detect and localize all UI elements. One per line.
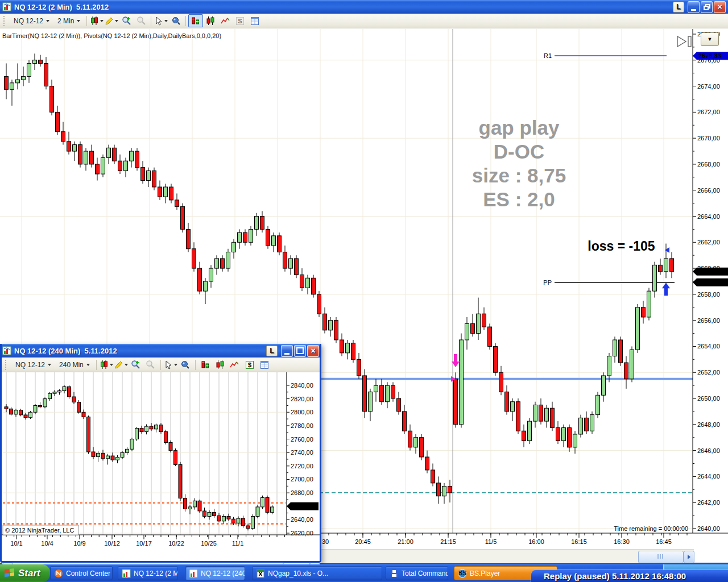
close-button[interactable]: ×: [307, 345, 319, 357]
scroll-thumb[interactable]: [638, 551, 684, 563]
bar-timer-button[interactable]: [198, 358, 213, 371]
restore-button[interactable]: [701, 1, 713, 13]
svg-text:2620,00: 2620,00: [291, 530, 313, 537]
svg-text:$: $: [248, 361, 251, 368]
minimize-button[interactable]: [281, 345, 293, 357]
link-button[interactable]: L: [673, 2, 684, 13]
candles-icon: [206, 16, 215, 26]
svg-text:2658,00: 2658,00: [697, 291, 720, 298]
main-titlebar[interactable]: NQ 12-12 (2 Min) 5.11.2012 L ×: [0, 0, 728, 14]
toolbar-grip[interactable]: [3, 16, 7, 26]
svg-text:R1: R1: [544, 52, 552, 59]
sub-toolbar: NQ 12-12 240 Min $: [2, 357, 320, 372]
cursor-icon: [164, 360, 173, 369]
indicator-button[interactable]: [218, 14, 233, 27]
maximize-button[interactable]: [294, 345, 306, 357]
sub-chart-window: NQ 12-12 (240 Min) 5.11.2012 L × NQ 12-1…: [0, 344, 321, 563]
zoom-out-button[interactable]: [143, 358, 158, 371]
svg-text:11/1: 11/1: [232, 540, 244, 547]
instrument-dropdown[interactable]: NQ 12-12: [11, 359, 55, 371]
chevron-down-icon: [86, 364, 90, 366]
magnifier-icon: [171, 16, 181, 26]
chart-style-button[interactable]: [99, 358, 114, 371]
svg-text:21:15: 21:15: [440, 538, 456, 545]
chart-window-icon: [2, 346, 11, 355]
draw-tool-button[interactable]: [114, 358, 129, 371]
sub-price-chart[interactable]: 2620,002640,002660,002680,002700,002720,…: [2, 372, 320, 548]
candles-icon: [216, 360, 225, 369]
svg-text:X: X: [258, 571, 263, 577]
interval-dropdown[interactable]: 2 Min: [53, 15, 84, 27]
dollar-icon: S: [235, 16, 245, 26]
chevron-down-icon: [77, 20, 80, 22]
strategy-button[interactable]: S: [233, 14, 247, 27]
svg-text:2650,00: 2650,00: [697, 395, 720, 402]
interval-dropdown[interactable]: 240 Min: [55, 359, 94, 371]
gap-play-annotation: gap play D-OC size : 8,75 ES : 2,0: [444, 116, 594, 211]
scroll-right-button[interactable]: [684, 551, 694, 563]
svg-text:10/9: 10/9: [73, 540, 85, 547]
taskbar-item-nq-240min[interactable]: NQ 12-12 (240 Mi...: [185, 566, 245, 580]
pencil-icon: [114, 360, 123, 369]
svg-text:10/1: 10/1: [10, 540, 22, 547]
toolbar-grip[interactable]: [5, 360, 9, 370]
candle-panel-button[interactable]: [203, 14, 218, 27]
link-button[interactable]: L: [266, 346, 278, 356]
svg-text:BS: BS: [458, 569, 467, 576]
svg-text:2664,00: 2664,00: [697, 213, 720, 220]
svg-text:2660,00: 2660,00: [292, 503, 315, 510]
pan-button[interactable]: [178, 358, 193, 371]
minimize-button[interactable]: [688, 1, 700, 13]
price-axis-dropdown[interactable]: ▼: [701, 32, 719, 46]
taskbar-item-nqgap-xls[interactable]: X NQgap_10.xls - O...: [252, 566, 382, 580]
data-grid-icon: [250, 16, 259, 26]
svg-text:2656,00: 2656,00: [697, 317, 720, 324]
zoom-out-button[interactable]: [134, 14, 148, 27]
indicator-label: BarTimer(NQ 12-12 (2 Min)), Pivots(NQ 12…: [2, 32, 221, 39]
svg-text:PP: PP: [543, 279, 552, 286]
svg-text:10/17: 10/17: [136, 540, 152, 547]
bar-timer-button[interactable]: [188, 14, 203, 27]
close-button[interactable]: ×: [714, 1, 726, 13]
zoom-out-icon: [146, 360, 155, 369]
taskbar-item-control-center[interactable]: Control Center - U...: [50, 566, 113, 580]
instrument-dropdown[interactable]: NQ 12-12: [10, 15, 53, 27]
main-toolbar: NQ 12-12 2 Min S: [0, 14, 728, 28]
svg-text:2658,92: 2658,92: [698, 279, 721, 286]
svg-text:2642,00: 2642,00: [697, 499, 720, 506]
svg-text:2672,00: 2672,00: [697, 109, 720, 115]
svg-text:10/4: 10/4: [41, 540, 53, 547]
pan-button[interactable]: [168, 14, 183, 27]
data-grid-button[interactable]: [257, 358, 272, 371]
data-grid-button[interactable]: [247, 14, 262, 27]
loss-annotation: loss = -105: [560, 239, 682, 254]
indicator-button[interactable]: [228, 358, 242, 371]
strategy-button[interactable]: $: [242, 358, 257, 371]
draw-tool-button[interactable]: [104, 14, 119, 27]
zoom-in-icon: [131, 360, 140, 369]
taskbar-item-nq-2min[interactable]: NQ 12-12 (2 Min) ...: [118, 566, 178, 580]
svg-text:16:45: 16:45: [656, 538, 672, 545]
candle-panel-button[interactable]: [213, 358, 228, 371]
sub-titlebar[interactable]: NQ 12-12 (240 Min) 5.11.2012 L ×: [0, 344, 321, 357]
cursor-tool-button[interactable]: [163, 358, 178, 371]
candlestick-icon: [100, 360, 109, 369]
zoom-in-icon: [122, 16, 131, 26]
start-button[interactable]: Start: [0, 564, 50, 582]
chart-style-button[interactable]: [89, 14, 104, 27]
replay-status-bar[interactable]: Replay (paused) 5.11.2012 16:48:00: [531, 569, 728, 582]
svg-text:2676,33: 2676,33: [698, 52, 721, 59]
svg-text:16:15: 16:15: [571, 538, 587, 545]
svg-text:16:00: 16:00: [528, 538, 544, 545]
svg-text:11/5: 11/5: [485, 538, 497, 545]
data-grid-icon: [260, 360, 269, 369]
cursor-icon: [154, 16, 163, 26]
svg-text:2670,00: 2670,00: [697, 135, 720, 142]
cursor-tool-button[interactable]: [154, 14, 168, 27]
svg-text:20:45: 20:45: [355, 538, 371, 545]
svg-text:10/22: 10/22: [168, 540, 184, 547]
svg-text:S: S: [238, 18, 242, 24]
zoom-in-button[interactable]: [129, 358, 143, 371]
zoom-in-button[interactable]: [119, 14, 134, 27]
taskbar-item-total-commander[interactable]: Total Commander ...: [386, 566, 448, 580]
